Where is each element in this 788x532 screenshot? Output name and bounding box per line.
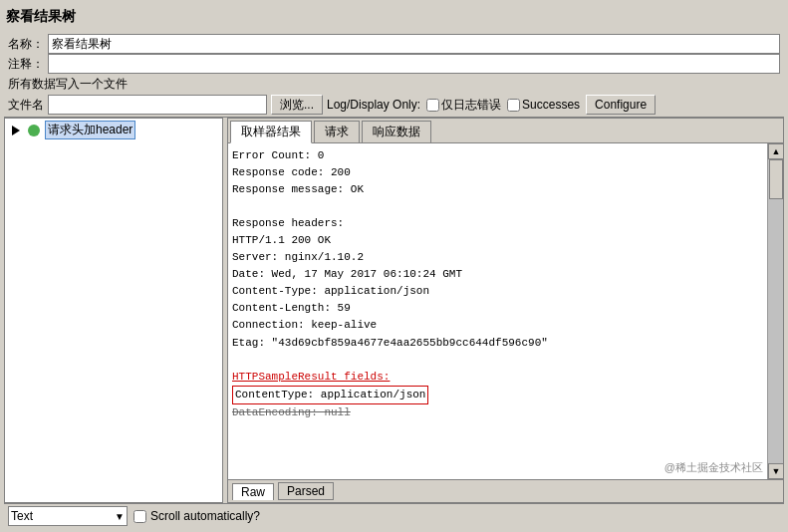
expand-icon (9, 124, 23, 137)
configure-button[interactable]: Configure (586, 95, 656, 115)
log-errors-label: 仅日志错误 (441, 97, 501, 114)
content-type-box: ContentType: application/json (232, 386, 428, 404)
line-etag: Etag: "43d69cbf859a4677e4aa2655bb9cc644d… (232, 335, 761, 352)
scroll-track[interactable] (768, 159, 783, 463)
green-dot-icon (28, 125, 40, 136)
left-panel: 请求头加header (4, 118, 223, 503)
main-container: 察看结果树 名称： 注释： 所有数据写入一个文件 文件名 浏览... Log/D… (0, 0, 788, 532)
line-blank2 (232, 352, 761, 369)
line-content-type: Content-Type: application/json (232, 283, 761, 300)
tab-request[interactable]: 请求 (314, 121, 360, 142)
line-data-encoding: DataEncoding: null (232, 404, 761, 421)
scroll-thumb[interactable] (769, 159, 783, 199)
log-options: Log/Display Only: 仅日志错误 Successes Config… (327, 95, 656, 115)
text-select-value: Text (11, 509, 115, 523)
successes-checkbox[interactable] (507, 99, 520, 112)
right-panel: 取样器结果 请求 响应数据 Error Count: 0 Response co… (227, 118, 784, 503)
browse-button[interactable]: 浏览... (271, 95, 323, 115)
line-http-status: HTTP/1.1 200 OK (232, 232, 761, 249)
content-area: 请求头加header 取样器结果 请求 响应数据 Error Count: 0 … (4, 118, 784, 503)
note-input[interactable] (48, 54, 780, 74)
scroll-auto-text: Scroll automatically? (150, 509, 260, 523)
form-section: 名称： 注释： 所有数据写入一个文件 文件名 浏览... Log/Display… (4, 32, 784, 118)
line-server: Server: nginx/1.10.2 (232, 249, 761, 266)
line-content-type-field: ContentType: application/json (232, 386, 761, 404)
line-error-count: Error Count: 0 (232, 147, 761, 164)
sampler-icon (27, 124, 41, 137)
name-input[interactable] (48, 34, 780, 54)
successes-checkbox-label[interactable]: Successes (507, 98, 580, 112)
line-blank1 (232, 198, 761, 215)
scroll-down-button[interactable]: ▼ (768, 463, 783, 479)
bottom-tab-raw[interactable]: Raw (232, 483, 274, 500)
tabs-bar: 取样器结果 请求 响应数据 (228, 119, 783, 143)
file-row: 文件名 浏览... Log/Display Only: 仅日志错误 Succes… (8, 95, 780, 115)
page-title: 察看结果树 (4, 4, 784, 32)
line-date: Date: Wed, 17 May 2017 06:10:24 GMT (232, 266, 761, 283)
line-content-length: Content-Length: 59 (232, 300, 761, 317)
http-fields-text: HTTPSampleResult fields: (232, 371, 390, 383)
triangle-icon (12, 126, 20, 135)
successes-label: Successes (522, 98, 580, 112)
tree-item-label: 请求头加header (45, 121, 135, 139)
text-select-arrow[interactable]: ▼ (115, 511, 125, 522)
response-content: Error Count: 0 Response code: 200 Respon… (228, 143, 767, 479)
note-label: 注释： (8, 56, 44, 73)
tree-item-request[interactable]: 请求头加header (5, 119, 222, 141)
name-row: 名称： (8, 34, 780, 54)
log-errors-checkbox-label[interactable]: 仅日志错误 (426, 97, 501, 114)
text-select-wrapper[interactable]: Text ▼ (8, 506, 128, 526)
write-label: 所有数据写入一个文件 (8, 74, 780, 95)
name-label: 名称： (8, 36, 44, 53)
data-encoding-text: DataEncoding: null (232, 406, 351, 418)
line-response-code: Response code: 200 (232, 164, 761, 181)
line-http-fields-label: HTTPSampleResult fields: (232, 369, 761, 386)
log-errors-checkbox[interactable] (426, 99, 439, 112)
line-connection: Connection: keep-alive (232, 317, 761, 334)
footer: Text ▼ Scroll automatically? (4, 503, 784, 528)
tab-sampler-result[interactable]: 取样器结果 (230, 121, 312, 143)
scroll-up-button[interactable]: ▲ (768, 143, 783, 159)
tab-content: Error Count: 0 Response code: 200 Respon… (228, 143, 783, 479)
scroll-auto-checkbox[interactable] (133, 510, 146, 523)
line-response-message: Response message: OK (232, 181, 761, 198)
vertical-scrollbar[interactable]: ▲ ▼ (767, 143, 783, 479)
line-response-headers: Response headers: (232, 215, 761, 232)
response-wrapper: Error Count: 0 Response code: 200 Respon… (228, 143, 783, 479)
tab-response-data[interactable]: 响应数据 (362, 121, 431, 142)
file-input[interactable] (48, 95, 267, 115)
note-row: 注释： (8, 54, 780, 74)
bottom-tab-bar: Raw Parsed (228, 479, 783, 502)
bottom-tab-parsed[interactable]: Parsed (278, 482, 334, 500)
scroll-auto-label[interactable]: Scroll automatically? (133, 509, 260, 523)
log-only-label: Log/Display Only: (327, 98, 420, 112)
file-label: 文件名 (8, 97, 44, 114)
